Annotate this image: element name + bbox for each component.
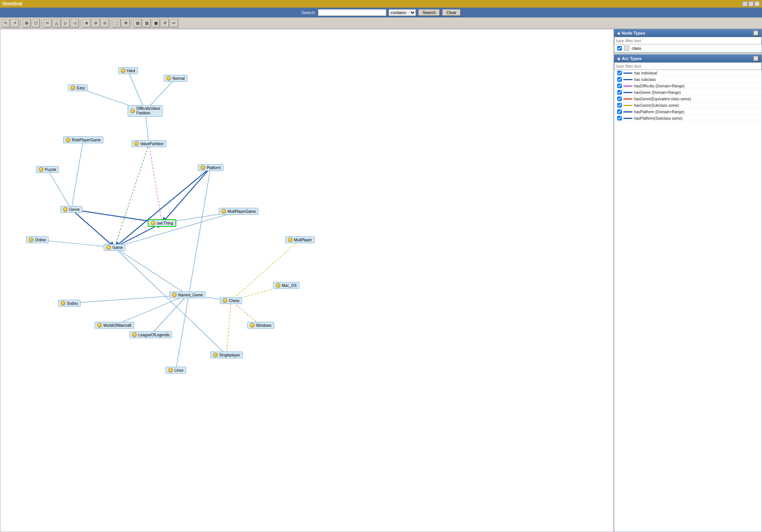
arrow-tool[interactable]: ↗ xyxy=(11,19,19,27)
zoom-reset-tool[interactable]: ⊙ xyxy=(101,19,109,27)
svg-line-13 xyxy=(115,211,239,247)
right-panel: ◈ Node Types ✕ class ◈ Arc Types ✕ xyxy=(614,29,762,532)
node-label: Platform xyxy=(207,166,221,170)
maximize-button[interactable]: □ xyxy=(748,1,754,6)
node-label: DifficultyValue Partition xyxy=(136,106,160,116)
node-dot xyxy=(130,109,135,113)
graph-node-Hard[interactable]: Hard xyxy=(118,67,138,74)
arc-line-indicator xyxy=(623,79,632,80)
node-dot xyxy=(250,323,255,328)
graph-node-Normal[interactable]: Normal xyxy=(164,75,187,82)
arc-checkbox[interactable] xyxy=(617,84,622,88)
search-input[interactable] xyxy=(318,9,386,16)
arc-row: has individual xyxy=(614,70,762,76)
rotate-tool[interactable]: ↺ xyxy=(161,19,169,27)
zoom-out-tool[interactable]: ⊖ xyxy=(92,19,100,27)
graph-node-Linux[interactable]: Linux xyxy=(166,367,186,374)
export-tool[interactable]: ⬚ xyxy=(112,19,121,27)
layout1-tool[interactable]: ▤ xyxy=(133,19,142,27)
node-dot xyxy=(66,138,70,142)
polygon-tool[interactable]: △ xyxy=(52,19,61,27)
graph-node-Named_Game[interactable]: Named_Game xyxy=(169,291,206,298)
node-label: WorldOfWarcraft xyxy=(103,323,131,328)
close-button[interactable]: ✕ xyxy=(754,1,760,6)
arc-label: hasPlatform (Domain>Range) xyxy=(634,110,685,114)
node-dot xyxy=(29,238,33,242)
settings-tool[interactable]: ⚙ xyxy=(122,19,130,27)
node-types-close[interactable]: ✕ xyxy=(753,30,759,36)
search-button[interactable]: Search xyxy=(418,9,440,16)
graph-node-owlThing[interactable]: owl:Thing xyxy=(148,219,176,227)
class-label: class xyxy=(632,46,641,51)
arc-checkbox[interactable] xyxy=(617,109,622,114)
graph-node-Game[interactable]: Game xyxy=(104,244,125,251)
arc-row: hasGenre (Domain>Range) xyxy=(614,89,762,96)
arc-label: has individual xyxy=(634,71,657,75)
graph-node-Puzzle[interactable]: Puzzle xyxy=(36,166,59,173)
clear-button[interactable]: Clear xyxy=(442,9,460,16)
node-label: owl:Thing xyxy=(157,221,173,225)
arc-label: hasDifficulty (Domain>Range) xyxy=(634,84,685,88)
arc-checkbox[interactable] xyxy=(617,90,622,95)
graph-node-LeagueOfLegends[interactable]: LeagueOfLegends xyxy=(130,331,172,338)
node-dot xyxy=(201,165,205,170)
node-dot xyxy=(71,86,75,90)
node-types-filter[interactable] xyxy=(614,37,762,44)
graph-svg xyxy=(0,29,613,532)
graph-node-ValuePartition[interactable]: ValuePartition xyxy=(131,140,166,147)
arc-row: has subclass xyxy=(614,76,762,83)
node-type-class-row: class xyxy=(614,44,762,52)
graph-node-Singleplayer[interactable]: Singleplayer xyxy=(210,352,243,358)
graph-node-RolePlayerGame[interactable]: RolePlayerGame xyxy=(63,136,103,143)
svg-line-24 xyxy=(151,295,188,335)
arc-checkbox[interactable] xyxy=(617,77,622,82)
graph-node-Windows[interactable]: Windows xyxy=(247,322,274,329)
graph-node-Genre[interactable]: Genre xyxy=(60,206,82,213)
arc-checkbox[interactable] xyxy=(617,103,622,108)
layout2-tool[interactable]: ▥ xyxy=(142,19,151,27)
graph-node-Easy[interactable]: Easy xyxy=(68,84,88,91)
app-title: OntoGraf xyxy=(2,1,22,6)
node-label: Genre xyxy=(69,207,80,212)
undo-tool[interactable]: ↩ xyxy=(170,19,178,27)
cut-tool[interactable]: ✂ xyxy=(43,19,52,27)
node-types-header: ◈ Node Types ✕ xyxy=(614,29,762,37)
arc-types-filter[interactable] xyxy=(614,62,762,70)
arc-checkbox[interactable] xyxy=(617,97,622,101)
class-checkbox[interactable] xyxy=(617,46,622,51)
svg-line-21 xyxy=(231,240,300,301)
triangle2-tool[interactable]: ◁ xyxy=(71,19,79,27)
graph-node-WorldOfWarcraft[interactable]: WorldOfWarcraft xyxy=(95,322,134,329)
lasso-tool[interactable]: ⬡ xyxy=(32,19,40,27)
node-dot xyxy=(166,76,171,81)
arc-checkbox[interactable] xyxy=(617,116,622,120)
graph-node-Mac_OS[interactable]: Mac_OS xyxy=(273,282,299,289)
node-label: Mac_OS xyxy=(282,283,297,288)
arc-types-icon: ◈ xyxy=(617,57,620,61)
graph-node-Sudou[interactable]: Sudou xyxy=(58,300,81,307)
graph-node-DifficultyValuePartition[interactable]: DifficultyValue Partition xyxy=(128,105,163,117)
toolbar-separator xyxy=(21,19,21,27)
zoom-in-tool[interactable]: ⊕ xyxy=(82,19,91,27)
class-icon xyxy=(624,46,629,51)
node-label: LeagueOfLegends xyxy=(138,333,169,337)
graph-node-Chess[interactable]: Chess xyxy=(220,297,242,304)
node-dot xyxy=(61,301,65,306)
node-label: Online xyxy=(35,238,46,242)
graph-canvas[interactable]: HardNormalEasyDifficultyValue PartitionV… xyxy=(0,29,614,532)
graph-node-Online[interactable]: Online xyxy=(26,236,49,243)
graph-node-Platform[interactable]: Platform xyxy=(198,164,223,171)
layout3-tool[interactable]: ▦ xyxy=(152,19,160,27)
triangle-tool[interactable]: ▷ xyxy=(62,19,70,27)
search-type-select[interactable]: contains starts with equals xyxy=(389,9,416,16)
node-label: Game xyxy=(112,245,123,250)
select-tool[interactable]: ↖ xyxy=(2,19,10,27)
minimize-button[interactable]: _ xyxy=(742,1,748,6)
grid-tool[interactable]: ⊞ xyxy=(22,19,31,27)
arc-checkbox[interactable] xyxy=(617,71,622,75)
titlebar: OntoGraf _ □ ✕ xyxy=(0,0,762,8)
main-area: HardNormalEasyDifficultyValue PartitionV… xyxy=(0,29,762,532)
graph-node-MultiPlayer[interactable]: MutiPlayer xyxy=(285,236,315,243)
graph-node-MultiPlayerGame[interactable]: MutiPlayerGame xyxy=(219,208,258,215)
arc-types-close[interactable]: ✕ xyxy=(753,56,759,61)
